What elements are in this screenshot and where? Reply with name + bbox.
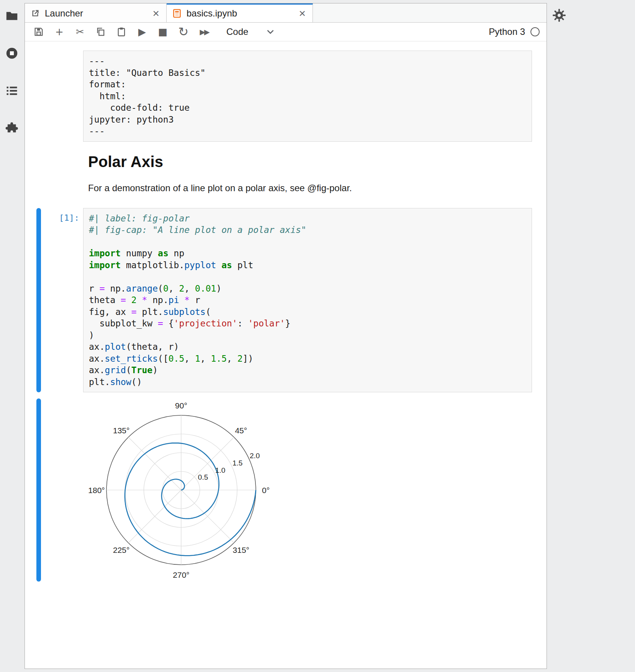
fast-forward-icon: ▶▶ [200, 28, 208, 36]
paste-cells-button[interactable] [115, 25, 128, 39]
cell-collapser[interactable] [36, 208, 41, 393]
svg-text:1.0: 1.0 [215, 466, 225, 474]
code-line: ax.set_rticks([0.5, 1, 1.5, 2]) [89, 353, 526, 365]
svg-text:0.5: 0.5 [198, 473, 208, 481]
insert-cell-button[interactable]: + [52, 25, 66, 39]
sidebar-item-files[interactable] [5, 8, 19, 23]
sidebar-item-running[interactable] [5, 46, 19, 61]
tab-launcher[interactable]: Launcher × [25, 3, 167, 22]
code-line: ax.grid(True) [89, 364, 526, 376]
restart-icon: ↻ [178, 25, 189, 39]
raw-line: --- [89, 55, 526, 67]
code-line [89, 236, 526, 248]
main-panel: Launcher × basics.ipynb × + ✂ [25, 3, 547, 669]
plus-icon: + [55, 26, 64, 38]
code-line [89, 271, 526, 283]
code-line: r = np.arange(0, 2, 0.01) [89, 283, 526, 295]
raw-line: jupyter: python3 [89, 114, 526, 126]
raw-line: title: "Quarto Basics" [89, 67, 526, 79]
code-line: ) [89, 329, 526, 341]
save-icon [33, 26, 44, 37]
stop-icon: ■ [158, 26, 168, 38]
paste-icon [116, 26, 127, 37]
code-line: plt.show() [89, 376, 526, 388]
settings-gears-icon [552, 8, 566, 23]
restart-run-all-button[interactable]: ▶▶ [197, 25, 211, 39]
raw-cell: ---title: "Quarto Basics"format: html: c… [25, 51, 547, 142]
svg-text:0°: 0° [262, 486, 270, 495]
close-icon[interactable]: × [151, 8, 161, 19]
cell-type-value: Code [226, 26, 248, 37]
kernel-name: Python 3 [489, 26, 525, 37]
svg-text:2.0: 2.0 [250, 452, 260, 460]
code-line: subplot_kw = {'projection': 'polar'} [89, 318, 526, 329]
cell-collapser[interactable] [36, 51, 41, 142]
notebook-toolbar: + ✂ ▶ ■ ↻ ▶▶ Code Python 3 [25, 23, 547, 41]
code-line: import numpy as np [89, 247, 526, 259]
code-line: theta = 2 * np.pi * r [89, 294, 526, 306]
raw-line: code-fold: true [89, 102, 526, 114]
cell-prompt [41, 51, 83, 142]
right-gutter [548, 0, 635, 672]
tab-label: basics.ipynb [187, 8, 237, 19]
running-sessions-icon [5, 46, 19, 60]
raw-line: html: [89, 90, 526, 102]
cut-cells-button[interactable]: ✂ [73, 25, 87, 39]
puzzle-icon [5, 121, 19, 135]
tab-label: Launcher [45, 8, 83, 19]
interrupt-kernel-button[interactable]: ■ [156, 25, 170, 39]
svg-text:90°: 90° [175, 401, 187, 410]
tab-bar: Launcher × basics.ipynb × [25, 3, 547, 23]
svg-text:45°: 45° [235, 426, 247, 435]
sidebar-item-extensions[interactable] [5, 121, 19, 136]
svg-text:225°: 225° [113, 546, 129, 554]
copy-icon [95, 26, 106, 37]
copy-cells-button[interactable] [94, 25, 108, 39]
run-icon: ▶ [138, 26, 146, 38]
tab-basics-ipynb[interactable]: basics.ipynb × [167, 3, 313, 22]
svg-text:180°: 180° [88, 486, 105, 495]
output-prompt [41, 398, 83, 582]
execution-count: [1]: [41, 208, 83, 393]
raw-line: --- [89, 125, 526, 137]
code-editor[interactable]: #| label: fig-polar#| fig-cap: "A line p… [83, 208, 532, 393]
settings-button[interactable] [551, 7, 568, 24]
code-line: #| fig-cap: "A line plot on a polar axis… [89, 224, 526, 236]
markdown-cell[interactable]: Polar Axis For a demonstration of a line… [25, 142, 547, 194]
raw-editor[interactable]: ---title: "Quarto Basics"format: html: c… [83, 51, 532, 142]
chevron-down-icon [266, 27, 275, 36]
markdown-paragraph: For a demonstration of a line plot on a … [88, 182, 532, 194]
sidebar-item-toc[interactable] [5, 84, 19, 98]
toc-icon [5, 84, 19, 98]
polar-plot-figure: 0°45°90°135°180°225°270°315°0.51.01.52.0 [85, 398, 285, 580]
svg-text:1.5: 1.5 [232, 459, 242, 467]
output-area: 0°45°90°135°180°225°270°315°0.51.01.52.0 [83, 398, 532, 582]
close-icon[interactable]: × [297, 8, 307, 19]
save-button[interactable] [32, 25, 46, 39]
run-cell-button[interactable]: ▶ [135, 25, 149, 39]
svg-text:135°: 135° [113, 426, 129, 435]
svg-text:270°: 270° [173, 570, 189, 579]
code-line: ax.plot(theta, r) [89, 341, 526, 353]
notebook-content: ---title: "Quarto Basics"format: html: c… [25, 41, 547, 669]
activity-bar [0, 0, 24, 672]
section-heading: Polar Axis [88, 153, 532, 170]
kernel-status-icon [530, 27, 540, 36]
code-cell: [1]: #| label: fig-polar#| fig-cap: "A l… [25, 208, 547, 393]
svg-text:315°: 315° [233, 546, 249, 554]
launcher-icon [30, 8, 40, 18]
restart-kernel-button[interactable]: ↻ [177, 25, 190, 39]
scissors-icon: ✂ [76, 26, 84, 38]
folder-icon [5, 9, 19, 23]
code-line: fig, ax = plt.subplots( [89, 306, 526, 318]
cell-type-dropdown[interactable]: Code [223, 25, 278, 39]
raw-line: format: [89, 79, 526, 90]
code-line: import matplotlib.pyplot as plt [89, 259, 526, 271]
kernel-switcher[interactable]: Python 3 [489, 26, 540, 37]
output-cell: 0°45°90°135°180°225°270°315°0.51.01.52.0 [25, 398, 547, 582]
notebook-icon [172, 8, 182, 18]
code-line: #| label: fig-polar [89, 213, 526, 225]
output-collapser[interactable] [36, 398, 41, 582]
